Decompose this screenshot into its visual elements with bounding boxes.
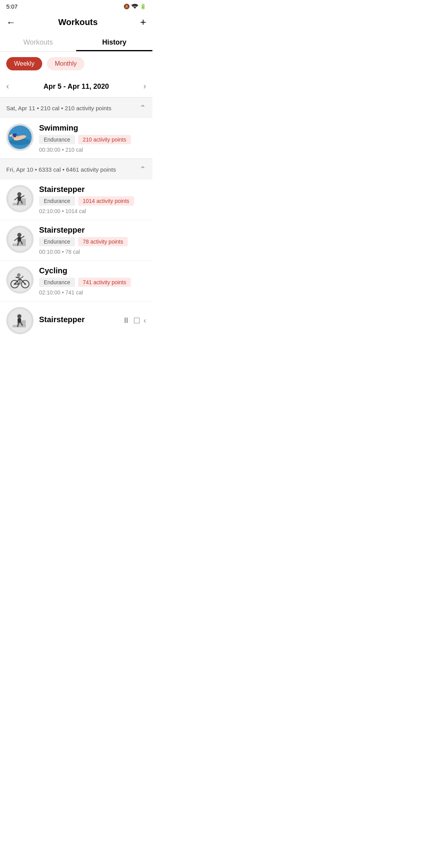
battery-icon: 🔋 — [140, 4, 146, 9]
workout-tags: Endurance 78 activity points — [39, 237, 146, 246]
prev-week-button[interactable]: ‹ — [6, 81, 9, 91]
tag-endurance: Endurance — [39, 237, 75, 246]
workout-details: 00:30:00 • 210 cal — [39, 147, 146, 153]
checkbox-icon[interactable]: ☐ — [133, 316, 140, 325]
filter-row: Weekly Monthly — [0, 52, 152, 76]
day-collapse-button-fri[interactable]: ⌃ — [139, 165, 146, 174]
day-header-sat-apr-11: Sat, Apr 11 • 210 cal • 210 activity poi… — [0, 97, 152, 118]
workout-item-swimming: Swimming Endurance 210 activity points 0… — [0, 118, 152, 159]
tab-bar: Workouts History — [0, 33, 152, 52]
tag-points: 1014 activity points — [78, 196, 134, 206]
day-header-text-fri: Fri, Apr 10 • 6333 cal • 6461 activity p… — [6, 166, 116, 173]
workout-details: 00:10:00 • 78 cal — [39, 249, 146, 255]
tag-endurance: Endurance — [39, 278, 75, 287]
svg-point-40 — [17, 273, 21, 277]
workout-tags: Endurance 210 activity points — [39, 135, 146, 144]
page-title: Workouts — [58, 17, 98, 27]
workout-avatar-stairstepper-1 — [6, 185, 34, 212]
workout-item-stairstepper-2: Stairstepper Endurance 78 activity point… — [0, 220, 152, 261]
tag-endurance: Endurance — [39, 196, 75, 206]
svg-rect-48 — [18, 318, 21, 323]
partial-action-icons: ⏸ ☐ ‹ — [122, 316, 146, 325]
svg-point-6 — [13, 133, 17, 136]
workout-avatar-swimming — [6, 124, 34, 151]
workout-details: 02:10:00 • 1014 cal — [39, 208, 146, 214]
notification-icon: 🔕 — [123, 4, 130, 9]
tag-endurance: Endurance — [39, 135, 75, 144]
tag-points: 741 activity points — [78, 278, 131, 287]
workout-name: Stairstepper — [39, 185, 146, 194]
day-collapse-button[interactable]: ⌃ — [139, 103, 146, 113]
workout-name: Stairstepper — [39, 226, 146, 235]
date-nav: ‹ Apr 5 - Apr 11, 2020 › — [0, 76, 152, 97]
workout-info-partial: Stairstepper — [39, 315, 117, 326]
pause-icon[interactable]: ⏸ — [122, 316, 130, 325]
svg-point-11 — [17, 192, 21, 197]
workout-tags: Endurance 741 activity points — [39, 278, 146, 287]
svg-rect-12 — [18, 196, 21, 201]
back-icon[interactable]: ‹ — [143, 316, 146, 325]
workout-info-stairstepper-1: Stairstepper Endurance 1014 activity poi… — [39, 185, 146, 214]
back-button[interactable]: ← — [6, 17, 16, 28]
next-week-button[interactable]: › — [143, 81, 146, 91]
date-range: Apr 5 - Apr 11, 2020 — [43, 82, 109, 91]
workout-name: Cycling — [39, 266, 146, 275]
filter-monthly[interactable]: Monthly — [47, 57, 84, 70]
status-bar: 5:07 🔕 🔋 — [0, 0, 152, 11]
svg-point-21 — [17, 233, 21, 237]
tab-history[interactable]: History — [76, 33, 152, 51]
svg-point-47 — [17, 314, 21, 319]
add-button[interactable]: + — [140, 16, 146, 28]
workout-avatar-stairstepper-2 — [6, 226, 34, 253]
workout-item-stairstepper-1: Stairstepper Endurance 1014 activity poi… — [0, 179, 152, 220]
wifi-icon — [131, 3, 138, 10]
svg-rect-8 — [13, 203, 17, 205]
workout-info-cycling: Cycling Endurance 741 activity points 02… — [39, 266, 146, 296]
day-header-fri-apr-10: Fri, Apr 10 • 6333 cal • 6461 activity p… — [0, 159, 152, 179]
workout-item-partial: Stairstepper ⏸ ☐ ‹ — [0, 301, 152, 340]
svg-rect-44 — [13, 325, 17, 327]
workout-info-swimming: Swimming Endurance 210 activity points 0… — [39, 124, 146, 153]
workout-avatar-cycling — [6, 266, 34, 294]
workout-name: Swimming — [39, 124, 146, 133]
workout-details: 02:10:00 • 741 cal — [39, 289, 146, 296]
tab-workouts[interactable]: Workouts — [0, 33, 76, 51]
tag-points: 78 activity points — [78, 237, 128, 246]
status-icons: 🔕 🔋 — [123, 3, 146, 10]
tag-points: 210 activity points — [78, 135, 131, 144]
workout-info-stairstepper-2: Stairstepper Endurance 78 activity point… — [39, 226, 146, 255]
status-time: 5:07 — [6, 3, 18, 10]
workout-item-cycling: Cycling Endurance 741 activity points 02… — [0, 261, 152, 301]
filter-weekly[interactable]: Weekly — [6, 57, 42, 70]
workout-name-partial: Stairstepper — [39, 315, 117, 324]
top-bar: ← Workouts + — [0, 11, 152, 33]
day-header-text: Sat, Apr 11 • 210 cal • 210 activity poi… — [6, 105, 111, 111]
svg-rect-18 — [13, 244, 17, 246]
workout-tags: Endurance 1014 activity points — [39, 196, 146, 206]
svg-rect-22 — [18, 237, 21, 242]
workout-avatar-partial — [6, 307, 34, 334]
